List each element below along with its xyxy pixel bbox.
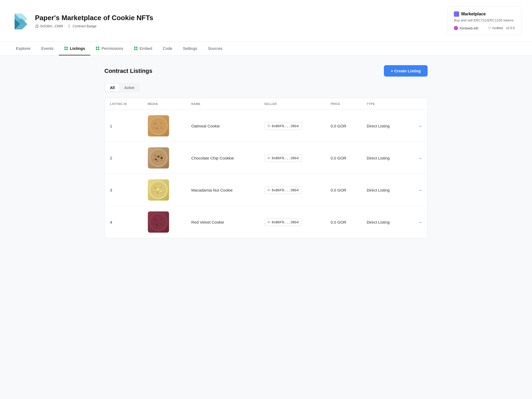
header-left: Paper's Marketplace of Cookie NFTs 0x536… [11,11,153,30]
svg-rect-5 [66,49,68,50]
cell-type: Direct Listing [361,174,407,206]
marketplace-icon [454,11,459,17]
svg-point-19 [161,127,162,129]
nav-item-sources[interactable]: Sources [203,42,228,55]
table-row[interactable]: 4 Red Velvet Cookie ⧉ [105,206,427,238]
col-seller: SELLER [259,98,325,110]
contract-address[interactable]: 0x536A...C689 [35,24,63,28]
cell-listing-id: 3 [105,174,143,206]
col-listing-id: LISTING ID [105,98,143,110]
cell-name: Red Velvet Cookie [186,206,259,238]
copy-icon [35,24,39,28]
svg-rect-8 [96,49,97,50]
seller-address[interactable]: ⧉ 0xB6F8...38b4 [264,218,302,226]
listings-header: Contract Listings + Create Listing [104,65,428,77]
filter-tab-all[interactable]: All [105,84,119,92]
marketplace-card: Marketplace Buy and sell ERC721/ERC1155 … [447,6,521,35]
seller-address[interactable]: ⧉ 0xB6F8...38b4 [264,122,302,130]
nav-item-events[interactable]: Events [36,42,59,55]
listings-table-container: LISTING ID MEDIA NAME SELLER PRICE TYPE … [104,98,428,238]
svg-rect-12 [134,49,136,50]
cell-arrow[interactable]: → [407,206,427,238]
table-row[interactable]: 1 Oatmeal Cookie ⧉ [105,110,427,142]
cookie-image-1 [148,115,169,136]
marketplace-card-header: Marketplace [454,11,515,17]
filter-tabs: All Active [104,83,140,92]
svg-point-42 [154,192,156,193]
header-info: Paper's Marketplace of Cookie NFTs 0x536… [35,14,153,28]
cell-listing-id: 2 [105,142,143,174]
marketplace-title: Marketplace [461,12,486,16]
svg-point-16 [154,123,156,125]
svg-point-36 [160,187,162,188]
col-name: NAME [186,98,259,110]
cell-price: 0.0 GOR [325,142,361,174]
col-type: TYPE [361,98,407,110]
cell-media [143,110,186,142]
cell-name: Macadamia Nut Cookie [186,174,259,206]
listings-table: LISTING ID MEDIA NAME SELLER PRICE TYPE … [105,98,427,238]
nav-item-listings[interactable]: Listings [59,42,91,55]
svg-point-23 [150,150,166,166]
cell-price: 0.0 GOR [325,174,361,206]
audited-badge: 🛡 Audited [488,26,503,30]
cell-media [143,142,186,174]
marketplace-subtitle: Buy and sell ERC721/ERC1155 tokens [454,18,515,22]
nav-item-explorer[interactable]: Explorer [11,42,36,55]
nav-item-code[interactable]: Code [157,42,178,55]
seller-address[interactable]: ⧉ 0xB6F8...38b4 [264,186,302,194]
col-action [407,98,427,110]
svg-point-20 [153,127,154,129]
upload-icon [67,24,71,28]
cell-listing-id: 1 [105,110,143,142]
svg-point-29 [157,156,159,158]
cell-seller: ⧉ 0xB6F8...38b4 [259,206,325,238]
col-media: MEDIA [143,98,186,110]
page-title: Paper's Marketplace of Cookie NFTs [35,14,153,22]
marketplace-footer: thirdweb.eth 🛡 Audited v2.0.0 [454,26,515,30]
copy-address-icon: ⧉ [268,156,270,160]
filter-tab-active[interactable]: Active [119,84,139,92]
svg-rect-13 [136,49,138,50]
svg-rect-3 [66,47,68,48]
svg-point-35 [154,187,156,189]
copy-address-icon: ⧉ [268,188,270,192]
main-nav: Explorer Events Listings Permissions [0,42,532,56]
nav-item-embed[interactable]: Embed [128,42,158,55]
seller-address[interactable]: ⧉ 0xB6F8...38b4 [264,154,302,162]
cell-type: Direct Listing [361,206,407,238]
svg-point-15 [150,118,166,134]
svg-point-41 [160,190,162,192]
svg-point-27 [161,159,162,161]
cell-arrow[interactable]: → [407,174,427,206]
create-listing-button[interactable]: + Create Listing [384,65,428,77]
cell-arrow[interactable]: → [407,142,427,174]
cell-type: Direct Listing [361,110,407,142]
author-avatar [454,26,458,30]
shield-icon: 🛡 [488,26,491,30]
svg-point-30 [155,158,157,160]
cell-media [143,206,186,238]
nav-item-permissions[interactable]: Permissions [90,42,128,55]
nav-item-settings[interactable]: Settings [178,42,202,55]
contract-badge-button[interactable]: Contract Badge [67,24,96,28]
table-header: LISTING ID MEDIA NAME SELLER PRICE TYPE [105,98,427,110]
listings-title: Contract Listings [104,68,152,74]
svg-point-18 [156,127,158,130]
cell-arrow[interactable]: → [407,110,427,142]
page-header: Paper's Marketplace of Cookie NFTs 0x536… [0,0,532,42]
marketplace-badges: 🛡 Audited v2.0.0 [488,26,515,30]
version-badge: v2.0.0 [506,26,515,30]
svg-point-28 [153,159,154,161]
cell-type: Direct Listing [361,142,407,174]
logo-icon [11,11,30,30]
cell-name: Chocolate Chip Cookkie [186,142,259,174]
svg-rect-9 [98,49,100,50]
table-row[interactable]: 3 Macadamia Nut Cookie ⧉ [105,174,427,206]
cookie-image-3 [148,179,169,201]
copy-address-icon: ⧉ [268,220,270,224]
svg-point-47 [160,219,162,220]
table-row[interactable]: 2 Chocolate Chip Cookkie [105,142,427,174]
svg-rect-7 [98,47,100,48]
svg-rect-4 [64,49,66,50]
